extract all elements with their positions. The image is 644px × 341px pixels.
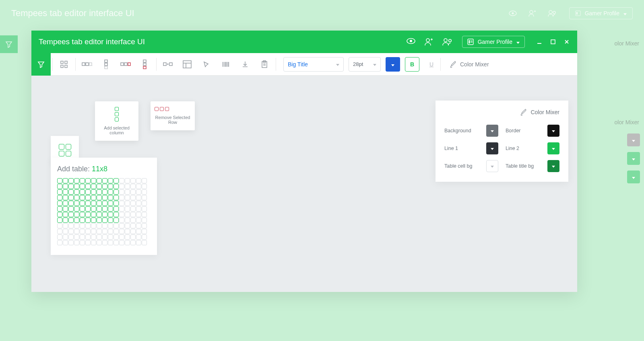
grid-cell[interactable] xyxy=(74,240,79,245)
cursor-button[interactable] xyxy=(197,53,216,76)
grid-cell[interactable] xyxy=(68,218,74,223)
grid-cell[interactable] xyxy=(91,212,96,217)
grid-cell[interactable] xyxy=(142,178,147,183)
grid-cell[interactable] xyxy=(125,229,130,234)
grid-cell[interactable] xyxy=(63,212,68,217)
grid-cell[interactable] xyxy=(108,234,113,240)
grid-cell[interactable] xyxy=(108,240,113,245)
grid-cell[interactable] xyxy=(130,234,136,240)
grid-cell[interactable] xyxy=(80,195,85,200)
grid-cell[interactable] xyxy=(97,229,102,234)
grid-cell[interactable] xyxy=(97,178,102,183)
grid-cell[interactable] xyxy=(57,184,62,189)
grid-cell[interactable] xyxy=(85,229,91,234)
grid-cell[interactable] xyxy=(63,218,68,223)
grid-cell[interactable] xyxy=(57,229,62,234)
grid-cell[interactable] xyxy=(85,201,91,206)
grid-cell[interactable] xyxy=(68,201,74,206)
grid-cell[interactable] xyxy=(130,212,136,217)
color-swatch[interactable] xyxy=(486,142,498,154)
grid-cell[interactable] xyxy=(130,229,136,234)
add-row-button[interactable] xyxy=(77,53,97,76)
grid-cell[interactable] xyxy=(114,212,119,217)
grid-cell[interactable] xyxy=(142,201,147,206)
grid-cell[interactable] xyxy=(142,218,147,223)
grid-cell[interactable] xyxy=(102,240,107,245)
grid-cell[interactable] xyxy=(80,240,85,245)
grid-cell[interactable] xyxy=(142,212,147,217)
grid-cell[interactable] xyxy=(80,218,85,223)
grid-cell[interactable] xyxy=(97,234,102,240)
table-grid[interactable] xyxy=(57,178,151,245)
grid-cell[interactable] xyxy=(74,206,79,212)
grid-cell[interactable] xyxy=(142,234,147,240)
header-layout-button[interactable] xyxy=(178,53,197,76)
grid-cell[interactable] xyxy=(102,201,107,206)
grid-cell[interactable] xyxy=(102,195,107,200)
grid-cell[interactable] xyxy=(114,223,119,228)
grid-cell[interactable] xyxy=(85,206,91,212)
grid-cell[interactable] xyxy=(85,234,91,240)
bold-button[interactable]: B xyxy=(405,57,419,72)
grid-cell[interactable] xyxy=(74,184,79,189)
grid-cell[interactable] xyxy=(108,212,113,217)
grid-cell[interactable] xyxy=(136,212,141,217)
grid-cell[interactable] xyxy=(108,195,113,200)
grid-cell[interactable] xyxy=(125,218,130,223)
grid-cell[interactable] xyxy=(142,240,147,245)
grid-cell[interactable] xyxy=(80,189,85,195)
color-swatch[interactable] xyxy=(547,142,559,154)
grid-cell[interactable] xyxy=(57,223,62,228)
grid-cell[interactable] xyxy=(130,178,136,183)
grid-cell[interactable] xyxy=(119,240,124,245)
grid-2x2-button[interactable] xyxy=(54,53,74,76)
grid-cell[interactable] xyxy=(68,212,74,217)
grid-cell[interactable] xyxy=(102,206,107,212)
grid-cell[interactable] xyxy=(74,178,79,183)
grid-cell[interactable] xyxy=(114,240,119,245)
grid-cell[interactable] xyxy=(125,178,130,183)
color-swatch[interactable] xyxy=(547,160,559,172)
grid-cell[interactable] xyxy=(80,178,85,183)
grid-cell[interactable] xyxy=(119,212,124,217)
grid-cell[interactable] xyxy=(114,206,119,212)
grid-cell[interactable] xyxy=(119,184,124,189)
grid-cell[interactable] xyxy=(68,229,74,234)
grid-cell[interactable] xyxy=(97,195,102,200)
color-swatch[interactable] xyxy=(547,125,559,137)
grid-cell[interactable] xyxy=(142,206,147,212)
grid-cell[interactable] xyxy=(68,178,74,183)
grid-cell[interactable] xyxy=(114,195,119,200)
grid-cell[interactable] xyxy=(63,184,68,189)
grid-cell[interactable] xyxy=(130,189,136,195)
grid-cell[interactable] xyxy=(85,184,91,189)
grid-cell[interactable] xyxy=(130,195,136,200)
grid-cell[interactable] xyxy=(108,218,113,223)
grid-cell[interactable] xyxy=(102,178,107,183)
color-mixer-button[interactable]: Color Mixer xyxy=(450,61,489,68)
grid-cell[interactable] xyxy=(114,184,119,189)
remove-row-popup[interactable]: Remove Selected Row xyxy=(151,101,195,130)
grid-cell[interactable] xyxy=(63,229,68,234)
grid-cell[interactable] xyxy=(63,178,68,183)
close-button[interactable] xyxy=(564,39,570,45)
grid-cell[interactable] xyxy=(97,201,102,206)
grid-cell[interactable] xyxy=(130,206,136,212)
grid-cell[interactable] xyxy=(57,234,62,240)
grid-cell[interactable] xyxy=(125,195,130,200)
grid-cell[interactable] xyxy=(91,240,96,245)
grid-cell[interactable] xyxy=(136,229,141,234)
grid-cell[interactable] xyxy=(114,218,119,223)
grid-cell[interactable] xyxy=(97,212,102,217)
grid-cell[interactable] xyxy=(130,201,136,206)
add-column-popup[interactable]: Add selected column xyxy=(95,101,138,141)
remove-column-button[interactable] xyxy=(135,53,155,76)
grid-cell[interactable] xyxy=(85,240,91,245)
grid-cell[interactable] xyxy=(114,201,119,206)
grid-cell[interactable] xyxy=(119,178,124,183)
grid-cell[interactable] xyxy=(136,184,141,189)
color-swatch[interactable] xyxy=(486,125,498,137)
grid-cell[interactable] xyxy=(97,206,102,212)
grid-cell[interactable] xyxy=(63,201,68,206)
grid-cell[interactable] xyxy=(74,223,79,228)
